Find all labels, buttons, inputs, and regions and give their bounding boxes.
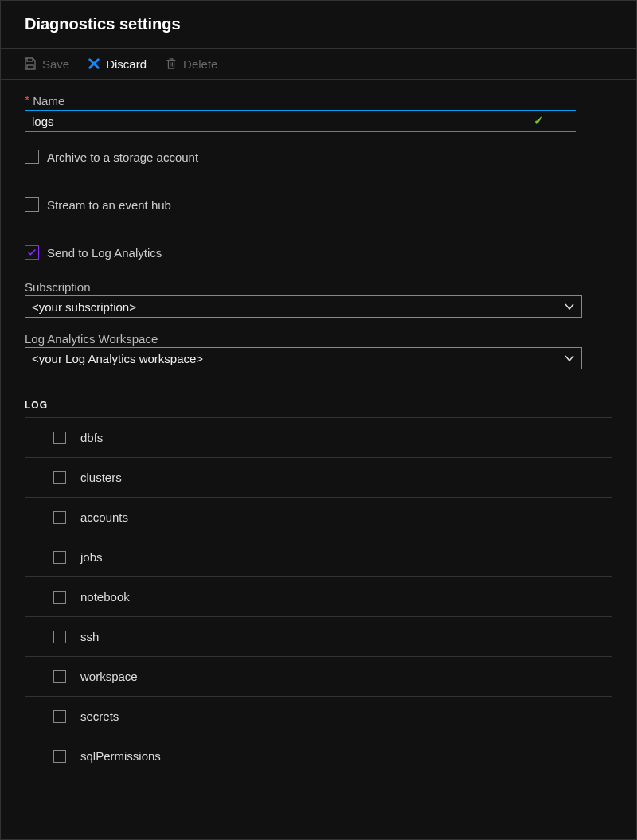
log-list: dbfsclustersaccountsjobsnotebooksshworks… xyxy=(25,417,612,776)
subscription-value: <your subscription> xyxy=(32,300,136,314)
page-title: Diagnostics settings xyxy=(25,15,619,33)
log-name-label: workspace xyxy=(80,670,138,683)
delete-label: Delete xyxy=(183,57,217,71)
send-log-analytics-row: Send to Log Analytics xyxy=(25,245,612,260)
log-checkbox[interactable] xyxy=(53,511,66,524)
discard-label: Discard xyxy=(106,57,147,71)
delete-button[interactable]: Delete xyxy=(164,57,217,71)
name-field: * Name ✓ xyxy=(25,94,612,132)
log-checkbox[interactable] xyxy=(53,631,66,643)
log-item: notebook xyxy=(25,577,612,617)
log-item: workspace xyxy=(25,657,612,697)
stream-label: Stream to an event hub xyxy=(47,198,171,212)
log-checkbox[interactable] xyxy=(53,551,66,564)
log-analytics-config: Subscription <your subscription> Log Ana… xyxy=(25,280,612,369)
archive-checkbox-row: Archive to a storage account xyxy=(25,150,612,164)
name-label: Name xyxy=(33,94,64,107)
required-asterisk: * xyxy=(25,94,29,108)
workspace-value: <your Log Analytics workspace> xyxy=(32,352,203,365)
log-name-label: jobs xyxy=(80,550,103,564)
log-name-label: accounts xyxy=(80,510,128,524)
workspace-select[interactable]: <your Log Analytics workspace> xyxy=(25,347,582,369)
panel-header: Diagnostics settings xyxy=(1,1,636,49)
log-item: dbfs xyxy=(25,418,612,458)
save-icon xyxy=(23,57,37,71)
diagnostics-settings-panel: Diagnostics settings Save Discard Delete xyxy=(0,0,637,840)
content-area: * Name ✓ Archive to a storage account St… xyxy=(1,80,636,776)
chevron-down-icon xyxy=(564,353,575,366)
log-item: sqlPermissions xyxy=(25,736,612,776)
log-checkbox[interactable] xyxy=(53,710,66,723)
log-section-header: LOG xyxy=(25,400,612,411)
log-item: jobs xyxy=(25,537,612,577)
log-checkbox[interactable] xyxy=(53,591,66,604)
stream-checkbox-row: Stream to an event hub xyxy=(25,197,612,212)
log-checkbox[interactable] xyxy=(53,670,66,683)
workspace-block: Log Analytics Workspace <your Log Analyt… xyxy=(25,332,612,369)
log-name-label: notebook xyxy=(80,590,130,604)
name-input[interactable] xyxy=(25,110,576,132)
log-item: secrets xyxy=(25,697,612,736)
workspace-label: Log Analytics Workspace xyxy=(25,332,612,346)
subscription-label: Subscription xyxy=(25,280,612,294)
log-checkbox[interactable] xyxy=(53,471,66,484)
send-log-analytics-label: Send to Log Analytics xyxy=(47,246,162,260)
stream-checkbox[interactable] xyxy=(25,197,39,212)
discard-button[interactable]: Discard xyxy=(87,57,147,71)
log-item: ssh xyxy=(25,617,612,657)
discard-icon xyxy=(87,57,101,71)
log-name-label: clusters xyxy=(80,471,122,484)
log-name-label: sqlPermissions xyxy=(80,749,161,763)
chevron-down-icon xyxy=(564,301,575,315)
send-log-analytics-checkbox[interactable] xyxy=(25,245,39,260)
toolbar: Save Discard Delete xyxy=(1,49,636,80)
subscription-block: Subscription <your subscription> xyxy=(25,280,612,318)
trash-icon xyxy=(164,57,178,71)
subscription-select[interactable]: <your subscription> xyxy=(25,295,582,318)
log-item: clusters xyxy=(25,458,612,498)
log-item: accounts xyxy=(25,498,612,537)
log-name-label: secrets xyxy=(80,709,119,723)
archive-checkbox[interactable] xyxy=(25,150,39,164)
save-button[interactable]: Save xyxy=(23,57,69,71)
save-label: Save xyxy=(42,57,69,71)
log-name-label: ssh xyxy=(80,630,99,643)
log-name-label: dbfs xyxy=(80,431,103,444)
archive-label: Archive to a storage account xyxy=(47,150,198,164)
log-checkbox[interactable] xyxy=(53,750,66,763)
log-checkbox[interactable] xyxy=(53,432,66,444)
